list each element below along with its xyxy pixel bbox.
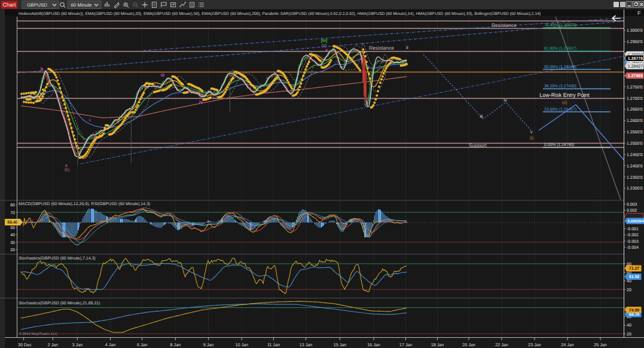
svg-text:c: c	[65, 163, 68, 168]
svg-text:1.2750'0: 1.2750'0	[627, 86, 643, 90]
svg-text:55.45: 55.45	[7, 221, 18, 225]
svg-text:ii: ii	[94, 134, 96, 139]
svg-text:17 Jan: 17 Jan	[399, 342, 413, 347]
svg-text:38.20% (1.27430): 38.20% (1.27430)	[544, 84, 576, 88]
svg-text:1.2350'0: 1.2350'0	[627, 176, 643, 180]
svg-text:1.2650'0: 1.2650'0	[627, 108, 643, 112]
svg-text:Stochastics(GBPUSD (60 Minute): Stochastics(GBPUSD (60 Minute),7,14,3)	[19, 256, 96, 261]
svg-text:30: 30	[10, 241, 15, 245]
svg-text:60 Minute: 60 Minute	[71, 2, 92, 8]
svg-text:-0.001: -0.001	[627, 227, 639, 231]
svg-text:(c): (c)	[322, 43, 326, 48]
svg-text:1.28778: 1.28778	[628, 57, 643, 61]
svg-text:50: 50	[10, 226, 15, 230]
svg-text:1.27985: 1.27985	[628, 74, 643, 78]
svg-text:Support: Support	[469, 142, 487, 148]
svg-text:40: 40	[10, 233, 15, 237]
svg-text:16 Jan: 16 Jan	[367, 342, 380, 347]
svg-text:1.2550'0: 1.2550'0	[627, 130, 643, 135]
svg-text:0.002: 0.002	[627, 209, 637, 213]
svg-text:1.2300'0: 1.2300'0	[627, 187, 643, 191]
svg-text:80: 80	[10, 203, 15, 207]
svg-text:30 Dec: 30 Dec	[18, 342, 32, 347]
svg-text:Resistance: Resistance	[492, 22, 517, 28]
svg-text:70: 70	[10, 211, 15, 215]
svg-text:v: v	[530, 129, 533, 135]
svg-text:20: 20	[627, 332, 631, 337]
svg-text:68.78: 68.78	[629, 313, 640, 317]
svg-text:© 2019 NinjaTrader, LLC: © 2019 NinjaTrader, LLC	[19, 332, 57, 336]
svg-text:i: i	[89, 117, 90, 123]
svg-text:15 Jan: 15 Jan	[334, 342, 347, 347]
svg-text:40: 40	[627, 323, 631, 328]
svg-text:GBPUSD: GBPUSD	[27, 2, 47, 8]
svg-text:Low-Risk Entry Point: Low-Risk Entry Point	[539, 92, 590, 98]
svg-text:0.000204: 0.000204	[627, 219, 643, 224]
svg-text:1.2450'0: 1.2450'0	[627, 153, 643, 157]
svg-text:2 Jan: 2 Jan	[48, 342, 59, 347]
svg-text:71.27: 71.27	[629, 267, 640, 271]
svg-text:iii: iii	[480, 114, 483, 119]
svg-text:-0.004: -0.004	[627, 246, 639, 250]
svg-text:24 Jan: 24 Jan	[561, 342, 574, 347]
svg-text:40: 40	[627, 279, 631, 283]
svg-text:76.40% (1.30079): 76.40% (1.30079)	[544, 23, 576, 28]
svg-text:iv: iv	[503, 97, 507, 103]
svg-text:0.00% (1.24780): 0.00% (1.24780)	[544, 143, 574, 147]
svg-text:1.28427: 1.28427	[628, 65, 643, 69]
svg-text:Chart: Chart	[2, 2, 16, 8]
svg-text:25 Jan: 25 Jan	[594, 342, 607, 347]
svg-text:ii: ii	[406, 45, 408, 50]
svg-text:4 Jan: 4 Jan	[105, 342, 116, 347]
svg-text:74.99: 74.99	[629, 309, 640, 313]
svg-text:MACD(GBPUSD (60 Minute),12,26,: MACD(GBPUSD (60 Minute),12,26,9), RSI(GB…	[19, 202, 150, 206]
svg-text:F: F	[637, 10, 641, 16]
svg-text:3 Jan: 3 Jan	[72, 342, 83, 347]
svg-text:20: 20	[10, 248, 15, 252]
svg-text:1.2950'0: 1.2950'0	[627, 40, 643, 44]
svg-text:20 Jan: 20 Jan	[462, 342, 475, 347]
svg-text:-0.002: -0.002	[627, 233, 639, 237]
svg-text:13 Jan: 13 Jan	[300, 342, 313, 347]
svg-text:61.80% (1.29067): 61.80% (1.29067)	[544, 47, 576, 51]
svg-text:(i): (i)	[530, 135, 534, 141]
svg-text:51.02: 51.02	[629, 275, 640, 279]
svg-text:Resistance: Resistance	[369, 45, 394, 51]
svg-text:11 Jan: 11 Jan	[267, 342, 280, 347]
svg-text:10 Jan: 10 Jan	[235, 342, 248, 347]
svg-text:9 Jan: 9 Jan	[203, 342, 214, 347]
svg-text:50.00% (1.28248): 50.00% (1.28248)	[544, 65, 576, 69]
svg-text:8 Jan: 8 Jan	[170, 342, 181, 347]
svg-text:(b): (b)	[65, 167, 70, 172]
svg-text:(ii): (ii)	[562, 100, 567, 105]
svg-text:1.2700'0: 1.2700'0	[627, 97, 643, 101]
svg-text:23 Jan: 23 Jan	[528, 342, 541, 347]
svg-text:1.2400'0: 1.2400'0	[627, 164, 643, 169]
svg-text:1.2500'0: 1.2500'0	[627, 142, 643, 146]
svg-text:HeikenAshi8(GBPUSD (60 Minute): HeikenAshi8(GBPUSD (60 Minute)), EMA(GBP…	[19, 12, 541, 16]
svg-text:iv: iv	[199, 99, 203, 105]
svg-text:Stochastics(GBPUSD (60 Minute): Stochastics(GBPUSD (60 Minute),21,89,21)	[19, 301, 100, 306]
svg-text:20: 20	[627, 288, 631, 292]
svg-text:18 Jan: 18 Jan	[431, 342, 444, 347]
svg-text:1.3000'0: 1.3000'0	[627, 29, 643, 33]
svg-text:[iii]: [iii]	[321, 38, 328, 43]
svg-text:1.2600'0: 1.2600'0	[627, 119, 643, 123]
svg-text:iii: iii	[161, 72, 164, 78]
svg-text:b: b	[41, 66, 44, 72]
svg-text:22 Jan: 22 Jan	[495, 342, 508, 347]
svg-text:6 Jan: 6 Jan	[137, 342, 148, 347]
svg-text:0.003: 0.003	[627, 203, 637, 207]
svg-text:-0.003: -0.003	[627, 240, 639, 244]
